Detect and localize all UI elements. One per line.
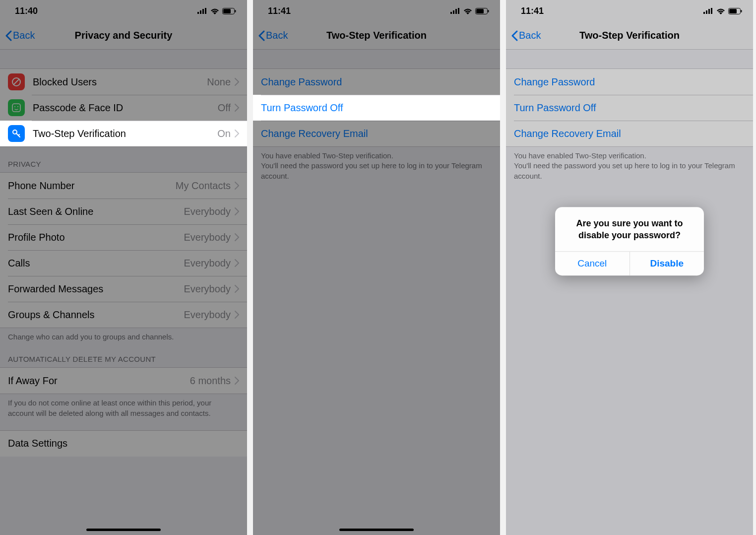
- link-label: Change Recovery Email: [261, 128, 368, 139]
- link-change-password[interactable]: Change Password: [506, 69, 753, 95]
- row-forwarded-messages[interactable]: Forwarded Messages Everybody: [0, 276, 247, 302]
- svg-point-10: [14, 106, 15, 107]
- status-icons: [450, 8, 489, 14]
- row-value: Off: [218, 102, 231, 114]
- wifi-icon: [210, 8, 219, 14]
- svg-rect-1: [200, 10, 201, 14]
- link-change-password[interactable]: Change Password: [253, 69, 500, 95]
- svg-point-11: [17, 106, 18, 107]
- row-value: On: [217, 128, 231, 139]
- cellular-icon: [703, 8, 713, 14]
- back-label: Back: [13, 30, 35, 41]
- row-label: Passcode & Face ID: [33, 102, 218, 114]
- chevron-right-icon: [235, 182, 239, 190]
- link-turn-password-off[interactable]: Turn Password Off: [253, 95, 500, 121]
- nav-bar: Back Two-Step Verification: [506, 22, 753, 50]
- row-two-step-verification[interactable]: Two-Step Verification On: [0, 121, 247, 146]
- status-bar: 11:41: [253, 0, 500, 22]
- row-if-away-for[interactable]: If Away For 6 months: [0, 368, 247, 394]
- row-label: Phone Number: [8, 180, 176, 192]
- row-blocked-users[interactable]: Blocked Users None: [0, 69, 247, 95]
- link-turn-password-off[interactable]: Turn Password Off: [506, 95, 753, 121]
- two-step-footer: You have enabled Two-Step verification. …: [253, 147, 500, 181]
- chevron-right-icon: [235, 311, 239, 319]
- home-indicator[interactable]: [86, 529, 161, 531]
- row-passcode-faceid[interactable]: Passcode & Face ID Off: [0, 95, 247, 121]
- confirm-disable-alert: Are you sure you want to disable your pa…: [555, 207, 704, 275]
- row-calls[interactable]: Calls Everybody: [0, 250, 247, 276]
- chevron-left-icon: [5, 30, 12, 41]
- chevron-right-icon: [235, 285, 239, 293]
- battery-icon: [728, 8, 742, 14]
- cancel-button[interactable]: Cancel: [555, 252, 630, 275]
- screenshot-privacy-security: 11:40 Back Privacy and Security Blocked …: [0, 0, 247, 535]
- status-time: 11:40: [15, 6, 38, 16]
- svg-rect-3: [205, 8, 206, 14]
- row-label: Forwarded Messages: [8, 283, 184, 295]
- svg-rect-21: [706, 10, 707, 14]
- row-data-settings[interactable]: Data Settings: [0, 431, 247, 457]
- svg-rect-13: [450, 12, 452, 14]
- chevron-right-icon: [235, 233, 239, 241]
- row-profile-photo[interactable]: Profile Photo Everybody: [0, 224, 247, 250]
- chevron-right-icon: [235, 207, 239, 215]
- wifi-icon: [716, 8, 725, 14]
- chevron-right-icon: [235, 130, 239, 137]
- cellular-icon: [450, 8, 460, 14]
- chevron-left-icon: [258, 30, 265, 41]
- svg-rect-18: [476, 9, 484, 13]
- status-bar: 11:40: [0, 0, 247, 22]
- disable-button[interactable]: Disable: [630, 252, 704, 275]
- row-phone-number[interactable]: Phone Number My Contacts: [0, 173, 247, 199]
- privacy-header: PRIVACY: [0, 147, 247, 172]
- row-label: If Away For: [8, 375, 190, 387]
- row-label: Two-Step Verification: [33, 128, 217, 139]
- row-value: Everybody: [184, 283, 231, 295]
- chevron-right-icon: [235, 104, 239, 112]
- link-label: Change Recovery Email: [514, 128, 621, 139]
- link-change-recovery-email[interactable]: Change Recovery Email: [253, 121, 500, 146]
- delete-header: AUTOMATICALLY DELETE MY ACCOUNT: [0, 342, 247, 367]
- status-icons: [197, 8, 236, 14]
- svg-rect-16: [458, 8, 459, 14]
- svg-rect-23: [711, 8, 712, 14]
- back-label: Back: [266, 30, 288, 41]
- link-label: Turn Password Off: [514, 102, 596, 114]
- row-label: Data Settings: [8, 438, 239, 449]
- back-button[interactable]: Back: [5, 30, 35, 41]
- svg-rect-19: [488, 10, 489, 12]
- status-bar: 11:41: [506, 0, 753, 22]
- nav-bar: Back Two-Step Verification: [253, 22, 500, 50]
- status-time: 11:41: [268, 6, 291, 16]
- row-value: None: [207, 76, 231, 88]
- link-label: Change Password: [514, 76, 595, 88]
- back-button[interactable]: Back: [511, 30, 541, 41]
- screenshot-two-step-list: 11:41 Back Two-Step Verification Change …: [253, 0, 500, 535]
- row-label: Profile Photo: [8, 232, 184, 243]
- blocked-icon: [8, 73, 25, 90]
- link-label: Turn Password Off: [261, 102, 343, 114]
- row-last-seen[interactable]: Last Seen & Online Everybody: [0, 199, 247, 224]
- row-value: Everybody: [184, 206, 231, 217]
- svg-rect-22: [708, 9, 710, 14]
- battery-icon: [222, 8, 236, 14]
- home-indicator[interactable]: [339, 529, 414, 531]
- chevron-right-icon: [235, 78, 239, 86]
- alert-message: Are you sure you want to disable your pa…: [555, 207, 704, 251]
- link-change-recovery-email[interactable]: Change Recovery Email: [506, 121, 753, 146]
- two-step-footer: You have enabled Two-Step verification. …: [506, 147, 753, 181]
- page-title: Privacy and Security: [0, 30, 247, 41]
- two-step-list: Change Password Turn Password Off Change…: [506, 68, 753, 147]
- security-list: Blocked Users None Passcode & Face ID Of…: [0, 68, 247, 147]
- row-label: Groups & Channels: [8, 309, 184, 321]
- cellular-icon: [197, 8, 207, 14]
- row-value: Everybody: [184, 309, 231, 321]
- delete-list: If Away For 6 months: [0, 367, 247, 394]
- row-groups-channels[interactable]: Groups & Channels Everybody: [0, 302, 247, 328]
- status-time: 11:41: [521, 6, 544, 16]
- row-value: My Contacts: [176, 180, 231, 192]
- svg-rect-14: [453, 10, 454, 14]
- back-button[interactable]: Back: [258, 30, 288, 41]
- svg-rect-0: [197, 12, 199, 14]
- alert-btn-label: Cancel: [577, 258, 607, 269]
